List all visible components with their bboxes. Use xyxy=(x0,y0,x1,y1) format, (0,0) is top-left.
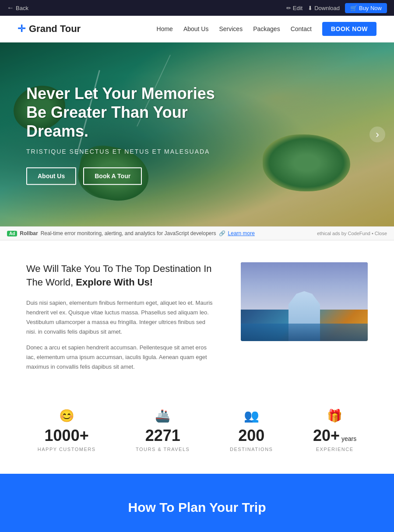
hero-section: Never Let Your Memories Be Greater Than … xyxy=(0,42,394,226)
ad-right: ethical ads by CodeFund • Close xyxy=(317,231,387,236)
hero-next-arrow[interactable]: › xyxy=(369,127,385,142)
logo-icon: ✛ xyxy=(18,23,25,35)
stat-experience: 🎁 20+ years EXPERIENCE xyxy=(313,409,356,452)
download-icon: ⬇ xyxy=(308,5,313,11)
ad-ethical-text: ethical ads by CodeFund • Close xyxy=(317,231,387,236)
ad-content: Ad Rollbar Real-time error monitoring, a… xyxy=(7,230,255,236)
about-section: We Will Take You To The Top Destination … xyxy=(0,240,394,400)
cart-icon: 🛒 xyxy=(350,5,357,11)
tours-icon: 🚢 xyxy=(136,409,190,423)
stat-tours: 🚢 2271 TOURS & TRAVELS xyxy=(136,409,190,452)
download-label: Download xyxy=(314,5,340,11)
ad-icon: 🔗 xyxy=(219,230,225,236)
logo-text: Grand Tour xyxy=(29,23,81,35)
nav-packages[interactable]: Packages xyxy=(253,25,280,32)
about-heading-bold: Explore With Us! xyxy=(76,277,153,288)
destinations-number: 200 xyxy=(230,426,273,445)
destinations-label: DESTINATIONS xyxy=(230,447,273,452)
logo: ✛ Grand Tour xyxy=(18,23,81,35)
back-button[interactable]: ← Back xyxy=(7,4,28,12)
nav-home[interactable]: Home xyxy=(157,25,173,32)
destinations-icon: 👥 xyxy=(230,409,273,423)
experience-label: EXPERIENCE xyxy=(313,447,356,452)
tours-label: TOURS & TRAVELS xyxy=(136,447,190,452)
header: ✛ Grand Tour Home About Us Services Pack… xyxy=(0,16,394,42)
edit-button[interactable]: ✏ Edit xyxy=(286,5,303,11)
tours-number: 2271 xyxy=(136,426,190,445)
img-water xyxy=(241,324,368,341)
nav-services[interactable]: Services xyxy=(219,25,243,32)
navigation: Home About Us Services Packages Contact … xyxy=(157,22,376,36)
happy-customers-icon: 😊 xyxy=(38,409,96,423)
nav-about[interactable]: About Us xyxy=(183,25,209,32)
stat-destinations: 👥 200 DESTINATIONS xyxy=(230,409,273,452)
back-arrow-icon: ← xyxy=(7,4,14,12)
about-us-button[interactable]: About Us xyxy=(26,167,76,185)
about-text: We Will Take You To The Top Destination … xyxy=(26,262,215,378)
ad-brand: Rollbar xyxy=(20,230,38,236)
ad-text: Real-time error monitoring, alerting, an… xyxy=(41,230,216,236)
edit-label: Edit xyxy=(293,5,303,11)
hero-content: Never Let Your Memories Be Greater Than … xyxy=(26,84,236,185)
download-button[interactable]: ⬇ Download xyxy=(308,5,340,11)
happy-customers-number: 1000+ xyxy=(38,426,96,445)
book-tour-button[interactable]: Book A Tour xyxy=(83,167,142,185)
top-bar: ← Back ✏ Edit ⬇ Download 🛒 Buy Now xyxy=(0,0,394,16)
hero-subtitle: Tristique Senectus Et Netus Et Malesuada xyxy=(26,148,236,155)
buy-now-button[interactable]: 🛒 Buy Now xyxy=(345,3,387,13)
plan-title: How To Plan Your Trip xyxy=(18,500,376,515)
stat-happy-customers: 😊 1000+ HAPPY CUSTOMERS xyxy=(38,409,96,452)
hero-buttons: About Us Book A Tour xyxy=(26,167,236,185)
ad-learn-more-link[interactable]: Learn more xyxy=(228,230,255,236)
book-now-button[interactable]: BOOK NOW xyxy=(322,22,376,36)
about-heading: We Will Take You To The Top Destination … xyxy=(26,262,215,289)
hero-title: Never Let Your Memories Be Greater Than … xyxy=(26,84,236,141)
plan-section: How To Plan Your Trip ✛ PICK DESTINATION… xyxy=(0,474,394,532)
edit-icon: ✏ xyxy=(286,5,291,11)
about-para1: Duis nisi sapien, elementum finibus ferm… xyxy=(26,298,215,337)
experience-icon: 🎁 xyxy=(313,409,356,423)
about-para2: Donec a arcu et sapien hendrerit accumsa… xyxy=(26,343,215,372)
ad-banner: Ad Rollbar Real-time error monitoring, a… xyxy=(0,226,394,240)
back-label: Back xyxy=(16,5,28,11)
ad-badge: Ad xyxy=(7,231,17,236)
happy-customers-label: HAPPY CUSTOMERS xyxy=(38,447,96,452)
experience-number: 20+ years xyxy=(313,426,356,445)
about-image xyxy=(241,262,368,341)
nav-contact[interactable]: Contact xyxy=(291,25,312,32)
stats-row: 😊 1000+ HAPPY CUSTOMERS 🚢 2271 TOURS & T… xyxy=(0,400,394,474)
decorative-island3 xyxy=(263,134,350,191)
